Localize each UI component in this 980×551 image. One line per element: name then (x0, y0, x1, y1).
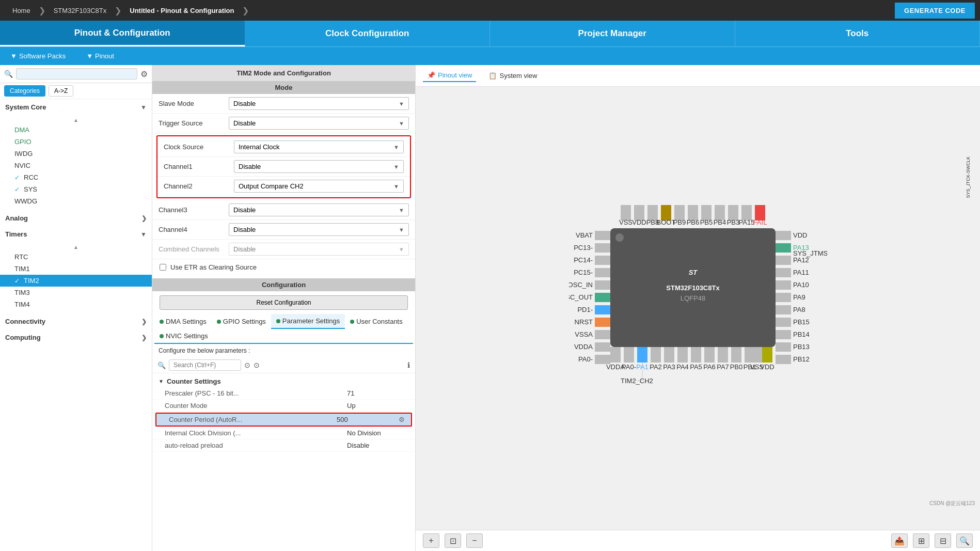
pin-pb0 (731, 347, 741, 363)
param-counter-mode[interactable]: Counter Mode Up (152, 400, 415, 412)
param-val-prescaler: 71 (347, 389, 409, 397)
chevron-trigger-source: ▼ (399, 120, 404, 127)
sub-tab-pinout[interactable]: ▼ Pinout (76, 47, 124, 65)
param-nav-next[interactable]: ⊙ (254, 361, 260, 369)
sidebar-item-iwdg[interactable]: IWDG (0, 148, 152, 160)
etr-checkbox[interactable] (160, 264, 166, 271)
export-button[interactable]: 📤 (891, 533, 908, 548)
bottom-toolbar: + ⊡ − 📤 ⊞ ⊟ 🔍 (416, 530, 980, 551)
right-panel-tab-bar: 📌 Pinout view 📋 System view (416, 65, 980, 87)
param-auto-reload[interactable]: auto-reload preload Disable (152, 439, 415, 452)
param-counter-period[interactable]: Counter Period (AutoR... 500 ⚙ (155, 413, 412, 427)
inner-tab-nvic[interactable]: NVIC Settings (154, 329, 213, 343)
select-channel4[interactable]: Disable ▼ (229, 223, 409, 236)
tab-clock-configuration[interactable]: Clock Configuration (245, 21, 491, 46)
nav-device[interactable]: STM32F103C8Tx (46, 0, 114, 21)
select-trigger-source[interactable]: Disable ▼ (229, 117, 409, 130)
zoom-in-button[interactable]: + (423, 533, 439, 548)
sidebar-item-gpio[interactable]: GPIO (0, 136, 152, 148)
filter-tab-categories[interactable]: Categories (4, 85, 45, 97)
section-header-connectivity[interactable]: Connectivity ❯ (0, 313, 152, 329)
svg-text:PA11: PA11 (793, 269, 809, 276)
nav-project[interactable]: Untitled - Pinout & Configuration (122, 0, 241, 21)
chevron-channel1: ▼ (393, 164, 399, 170)
filter-tab-az[interactable]: A->Z (49, 85, 73, 97)
svg-text:VDD: VDD (793, 231, 807, 239)
inner-tab-dma[interactable]: DMA Settings (154, 314, 212, 329)
param-prescaler[interactable]: Prescaler (PSC - 16 bit... 71 (152, 387, 415, 400)
select-combined-channels[interactable]: Disable ▼ (229, 243, 409, 256)
sidebar-item-tim1[interactable]: TIM1 (0, 263, 152, 275)
section-label-timers: Timers (5, 230, 27, 238)
generate-code-button[interactable]: GENERATE CODE (895, 3, 975, 19)
sidebar-item-tim3[interactable]: TIM3 (0, 287, 152, 298)
right-tab-pinout-view[interactable]: 📌 Pinout view (423, 69, 476, 82)
search-input[interactable] (16, 68, 137, 80)
nav-home[interactable]: Home (5, 0, 38, 21)
content-area: 🔍 ⚙ Categories A->Z System Core ▼ ▲ DMA … (0, 65, 980, 551)
select-channel2[interactable]: Output Compare CH2 ▼ (234, 180, 404, 193)
right-tab-system-view[interactable]: 📋 System view (484, 70, 541, 82)
param-clock-division[interactable]: Internal Clock Division (... No Division (152, 427, 415, 439)
sidebar-item-sys[interactable]: SYS (0, 183, 152, 195)
chevron-analog: ❯ (141, 215, 147, 222)
inner-tab-bar: DMA Settings GPIO Settings Parameter Set… (154, 314, 413, 344)
pin-pa0 (624, 347, 634, 363)
param-search-input[interactable] (169, 359, 241, 371)
pin-vbat (595, 231, 610, 240)
sidebar-item-rtc[interactable]: RTC (0, 251, 152, 263)
layer-button[interactable]: ⊞ (913, 533, 929, 548)
svg-text:PB12: PB12 (793, 355, 810, 363)
inner-tab-parameter[interactable]: Parameter Settings (271, 314, 345, 329)
sub-tab-software-packs[interactable]: ▼ Software Packs (0, 47, 76, 65)
sidebar-search-area: 🔍 ⚙ (0, 65, 152, 83)
select-clock-source[interactable]: Internal Clock ▼ (234, 140, 404, 153)
param-section-header: Configure the below parameters : (152, 344, 415, 357)
pin-pa10 (776, 280, 791, 290)
pin-pa11 (776, 268, 791, 277)
section-header-timers[interactable]: Timers ▼ (0, 226, 152, 242)
gear-param-icon[interactable]: ⚙ (399, 416, 405, 423)
search-toolbar-button[interactable]: 🔍 (956, 533, 973, 548)
param-nav-prev[interactable]: ⊙ (244, 361, 250, 369)
zoom-out-button[interactable]: − (466, 533, 483, 548)
sidebar-item-nvic[interactable]: NVIC (0, 160, 152, 171)
field-channel4: Channel4 Disable ▼ (152, 220, 415, 240)
reset-configuration-button[interactable]: Reset Configuration (160, 295, 408, 310)
svg-text:PB3: PB3 (726, 218, 739, 226)
search-icon: 🔍 (4, 70, 13, 78)
label-combined-channels: Combined Channels (159, 245, 226, 253)
section-header-analog[interactable]: Analog ❯ (0, 210, 152, 226)
select-channel3[interactable]: Disable ▼ (229, 203, 409, 216)
label-slave-mode: Slave Mode (159, 100, 226, 107)
section-header-computing[interactable]: Computing ❯ (0, 329, 152, 345)
tab-pinout-configuration[interactable]: Pinout & Configuration (0, 21, 245, 46)
counter-settings-header[interactable]: ▼ Counter Settings (152, 375, 415, 387)
field-channel2: Channel2 Output Compare CH2 ▼ (157, 177, 410, 196)
svg-text:VSS: VSS (619, 218, 632, 226)
param-info-icon: ℹ (407, 361, 410, 369)
sidebar-item-wwdg[interactable]: WWDG (0, 195, 152, 207)
chip-svg: VSS VDD PB8 BOOT PB9 PB6 PB5 PB4 (569, 200, 827, 417)
svg-text:PB6: PB6 (686, 218, 699, 226)
tab-project-manager[interactable]: Project Manager (490, 21, 735, 46)
sidebar-item-dma[interactable]: DMA (0, 124, 152, 136)
grid-button[interactable]: ⊟ (935, 533, 951, 548)
select-channel1[interactable]: Disable ▼ (234, 160, 404, 173)
pin-pb14 (776, 330, 791, 339)
param-name-counter-period: Counter Period (AutoR... (169, 416, 337, 423)
select-slave-mode[interactable]: Disable ▼ (229, 97, 409, 110)
inner-tab-user-constants[interactable]: User Constants (345, 314, 408, 329)
gear-icon[interactable]: ⚙ (140, 69, 148, 79)
section-header-system-core[interactable]: System Core ▼ (0, 99, 152, 115)
sidebar-item-tim2[interactable]: TIM2 (0, 275, 152, 287)
right-panel: 📌 Pinout view 📋 System view SYS_JTCK-SWC… (416, 65, 980, 551)
svg-text:PB0: PB0 (730, 363, 742, 371)
sidebar-item-tim4[interactable]: TIM4 (0, 298, 152, 310)
tab-tools[interactable]: Tools (735, 21, 981, 46)
pin-pa7 (718, 347, 728, 363)
inner-tab-gpio[interactable]: GPIO Settings (212, 314, 271, 329)
zoom-fit-button[interactable]: ⊡ (445, 533, 461, 548)
svg-text:PA12: PA12 (793, 256, 809, 264)
sidebar-item-rcc[interactable]: RCC (0, 171, 152, 183)
